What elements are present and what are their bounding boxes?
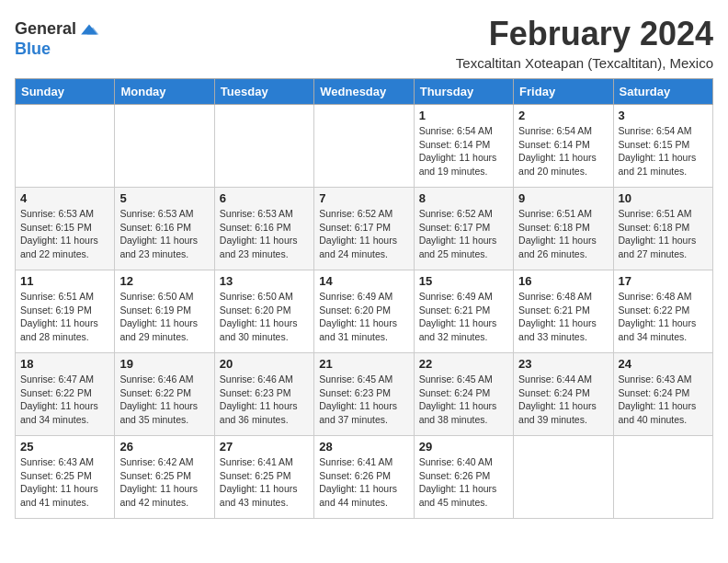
calendar-cell: 21Sunrise: 6:45 AM Sunset: 6:23 PM Dayli… (314, 353, 414, 436)
day-number: 9 (518, 191, 608, 205)
day-number: 7 (319, 191, 408, 205)
day-info: Sunrise: 6:52 AM Sunset: 6:17 PM Dayligh… (419, 207, 508, 261)
calendar-table: SundayMondayTuesdayWednesdayThursdayFrid… (15, 78, 713, 519)
header-saturday: Saturday (613, 79, 712, 105)
calendar-cell: 27Sunrise: 6:41 AM Sunset: 6:25 PM Dayli… (214, 436, 313, 519)
header-thursday: Thursday (414, 79, 513, 105)
header-monday: Monday (115, 79, 214, 105)
calendar-cell: 4Sunrise: 6:53 AM Sunset: 6:15 PM Daylig… (16, 188, 115, 270)
day-info: Sunrise: 6:46 AM Sunset: 6:23 PM Dayligh… (220, 373, 309, 427)
day-info: Sunrise: 6:52 AM Sunset: 6:17 PM Dayligh… (319, 207, 408, 261)
day-number: 24 (619, 357, 708, 371)
calendar-cell: 10Sunrise: 6:51 AM Sunset: 6:18 PM Dayli… (613, 188, 712, 270)
day-number: 3 (619, 109, 708, 122)
calendar-cell (214, 105, 313, 188)
day-info: Sunrise: 6:42 AM Sunset: 6:25 PM Dayligh… (119, 455, 209, 510)
calendar-cell (314, 105, 414, 188)
day-number: 16 (518, 274, 608, 288)
calendar-cell (514, 436, 613, 519)
day-number: 2 (518, 109, 608, 122)
day-info: Sunrise: 6:45 AM Sunset: 6:23 PM Dayligh… (319, 373, 408, 427)
week-row-1: 4Sunrise: 6:53 AM Sunset: 6:15 PM Daylig… (16, 188, 713, 270)
day-number: 1 (419, 109, 508, 122)
day-number: 13 (220, 274, 309, 288)
calendar-cell: 9Sunrise: 6:51 AM Sunset: 6:18 PM Daylig… (514, 188, 613, 270)
day-info: Sunrise: 6:53 AM Sunset: 6:15 PM Dayligh… (20, 207, 109, 261)
day-info: Sunrise: 6:47 AM Sunset: 6:22 PM Dayligh… (20, 373, 109, 427)
day-info: Sunrise: 6:49 AM Sunset: 6:21 PM Dayligh… (419, 290, 508, 344)
calendar-cell: 8Sunrise: 6:52 AM Sunset: 6:17 PM Daylig… (414, 188, 513, 270)
logo-text-blue: Blue (15, 40, 100, 59)
week-row-3: 18Sunrise: 6:47 AM Sunset: 6:22 PM Dayli… (16, 353, 713, 436)
calendar-cell: 16Sunrise: 6:48 AM Sunset: 6:21 PM Dayli… (514, 270, 613, 353)
day-number: 10 (619, 191, 708, 205)
title-section: February 2024 Texcaltitan Xoteapan (Texc… (456, 15, 713, 71)
day-info: Sunrise: 6:50 AM Sunset: 6:19 PM Dayligh… (119, 290, 209, 344)
day-number: 23 (518, 357, 608, 371)
calendar-cell: 13Sunrise: 6:50 AM Sunset: 6:20 PM Dayli… (214, 270, 313, 353)
calendar-cell (115, 105, 214, 188)
calendar-cell: 7Sunrise: 6:52 AM Sunset: 6:17 PM Daylig… (314, 188, 414, 270)
day-number: 11 (20, 274, 109, 288)
day-number: 27 (220, 440, 309, 454)
day-number: 29 (419, 440, 508, 454)
calendar-cell: 24Sunrise: 6:43 AM Sunset: 6:24 PM Dayli… (613, 353, 712, 436)
calendar-cell: 12Sunrise: 6:50 AM Sunset: 6:19 PM Dayli… (115, 270, 214, 353)
day-number: 5 (119, 191, 209, 205)
calendar-cell: 23Sunrise: 6:44 AM Sunset: 6:24 PM Dayli… (514, 353, 613, 436)
calendar-cell: 11Sunrise: 6:51 AM Sunset: 6:19 PM Dayli… (16, 270, 115, 353)
day-info: Sunrise: 6:51 AM Sunset: 6:18 PM Dayligh… (518, 207, 608, 261)
day-number: 8 (419, 191, 508, 205)
calendar-cell: 25Sunrise: 6:43 AM Sunset: 6:25 PM Dayli… (16, 436, 115, 519)
day-info: Sunrise: 6:45 AM Sunset: 6:24 PM Dayligh… (419, 373, 508, 427)
logo-icon (78, 18, 100, 40)
day-info: Sunrise: 6:46 AM Sunset: 6:22 PM Dayligh… (119, 373, 209, 427)
day-number: 18 (20, 357, 109, 371)
week-row-2: 11Sunrise: 6:51 AM Sunset: 6:19 PM Dayli… (16, 270, 713, 353)
day-number: 25 (20, 440, 109, 454)
calendar-cell: 17Sunrise: 6:48 AM Sunset: 6:22 PM Dayli… (613, 270, 712, 353)
day-info: Sunrise: 6:43 AM Sunset: 6:24 PM Dayligh… (619, 373, 708, 427)
calendar-cell: 5Sunrise: 6:53 AM Sunset: 6:16 PM Daylig… (115, 188, 214, 270)
day-info: Sunrise: 6:51 AM Sunset: 6:19 PM Dayligh… (20, 290, 109, 344)
day-info: Sunrise: 6:54 AM Sunset: 6:14 PM Dayligh… (518, 124, 608, 178)
day-info: Sunrise: 6:50 AM Sunset: 6:20 PM Dayligh… (220, 290, 309, 344)
calendar-cell: 2Sunrise: 6:54 AM Sunset: 6:14 PM Daylig… (514, 105, 613, 188)
day-info: Sunrise: 6:41 AM Sunset: 6:26 PM Dayligh… (319, 455, 408, 510)
day-number: 28 (319, 440, 408, 454)
header-tuesday: Tuesday (214, 79, 313, 105)
logo-text-general: General (15, 20, 76, 39)
month-title: February 2024 (456, 15, 713, 53)
logo: General Blue (15, 18, 100, 59)
day-number: 17 (619, 274, 708, 288)
calendar-cell (613, 436, 712, 519)
week-row-4: 25Sunrise: 6:43 AM Sunset: 6:25 PM Dayli… (16, 436, 713, 519)
day-info: Sunrise: 6:48 AM Sunset: 6:22 PM Dayligh… (619, 290, 708, 344)
calendar-cell (16, 105, 115, 188)
calendar-cell: 18Sunrise: 6:47 AM Sunset: 6:22 PM Dayli… (16, 353, 115, 436)
day-number: 15 (419, 274, 508, 288)
day-info: Sunrise: 6:54 AM Sunset: 6:15 PM Dayligh… (619, 124, 708, 178)
calendar-cell: 14Sunrise: 6:49 AM Sunset: 6:20 PM Dayli… (314, 270, 414, 353)
calendar-cell: 6Sunrise: 6:53 AM Sunset: 6:16 PM Daylig… (214, 188, 313, 270)
calendar-cell: 20Sunrise: 6:46 AM Sunset: 6:23 PM Dayli… (214, 353, 313, 436)
calendar-header-row: SundayMondayTuesdayWednesdayThursdayFrid… (16, 79, 713, 105)
calendar-cell: 3Sunrise: 6:54 AM Sunset: 6:15 PM Daylig… (613, 105, 712, 188)
header-friday: Friday (514, 79, 613, 105)
day-number: 6 (220, 191, 309, 205)
day-number: 26 (119, 440, 209, 454)
day-number: 14 (319, 274, 408, 288)
day-info: Sunrise: 6:51 AM Sunset: 6:18 PM Dayligh… (619, 207, 708, 261)
day-info: Sunrise: 6:54 AM Sunset: 6:14 PM Dayligh… (419, 124, 508, 178)
calendar-cell: 19Sunrise: 6:46 AM Sunset: 6:22 PM Dayli… (115, 353, 214, 436)
day-info: Sunrise: 6:49 AM Sunset: 6:20 PM Dayligh… (319, 290, 408, 344)
day-info: Sunrise: 6:41 AM Sunset: 6:25 PM Dayligh… (220, 455, 309, 510)
week-row-0: 1Sunrise: 6:54 AM Sunset: 6:14 PM Daylig… (16, 105, 713, 188)
day-info: Sunrise: 6:53 AM Sunset: 6:16 PM Dayligh… (220, 207, 309, 261)
day-number: 20 (220, 357, 309, 371)
header-wednesday: Wednesday (314, 79, 414, 105)
calendar-cell: 1Sunrise: 6:54 AM Sunset: 6:14 PM Daylig… (414, 105, 513, 188)
day-info: Sunrise: 6:48 AM Sunset: 6:21 PM Dayligh… (518, 290, 608, 344)
calendar-cell: 22Sunrise: 6:45 AM Sunset: 6:24 PM Dayli… (414, 353, 513, 436)
day-info: Sunrise: 6:44 AM Sunset: 6:24 PM Dayligh… (518, 373, 608, 427)
